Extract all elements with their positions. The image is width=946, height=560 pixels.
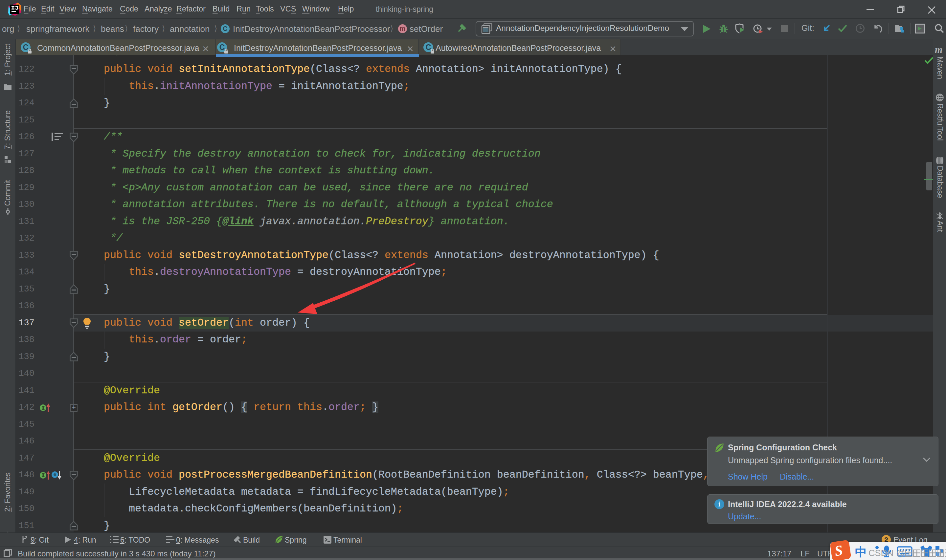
svg-text:C: C	[23, 43, 29, 52]
svg-text:C: C	[426, 43, 431, 52]
svg-text:C: C	[219, 43, 225, 52]
